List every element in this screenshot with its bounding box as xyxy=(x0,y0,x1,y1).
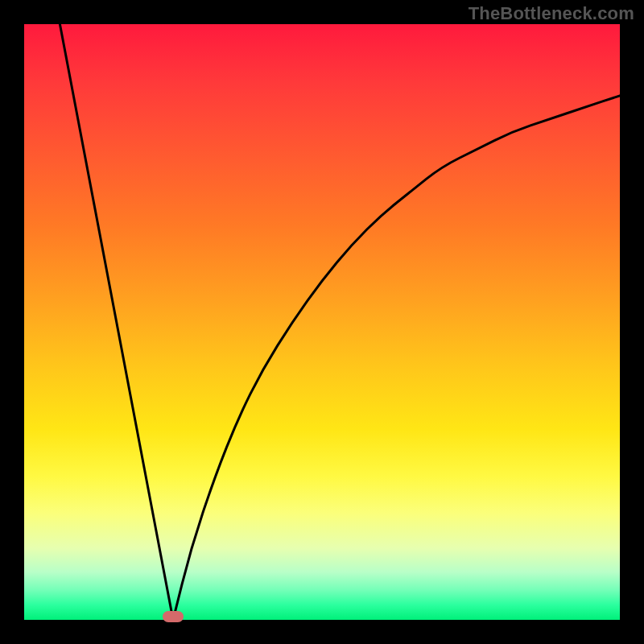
curve-layer xyxy=(24,24,620,620)
chart-frame: TheBottleneck.com xyxy=(0,0,644,644)
attribution-label: TheBottleneck.com xyxy=(469,3,634,24)
left-descending-line xyxy=(60,24,173,620)
minimum-marker xyxy=(163,611,184,622)
plot-area xyxy=(24,24,620,620)
right-rising-curve xyxy=(173,96,620,620)
